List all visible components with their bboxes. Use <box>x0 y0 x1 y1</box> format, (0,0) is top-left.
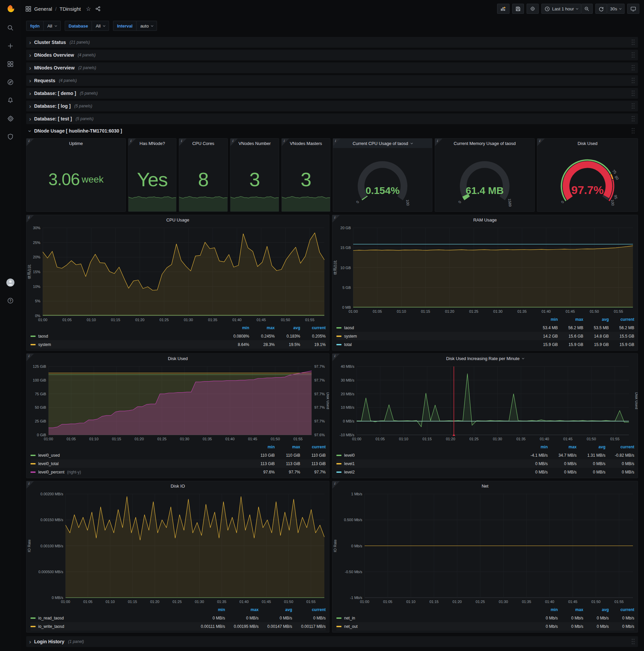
legend-col-current[interactable]: current <box>300 445 326 449</box>
row-login-history[interactable]: › Login History (1 panel) <box>26 636 638 647</box>
row-dnode-usage[interactable]: › DNode Usage [ huolinhe-TM1701:6030 ] <box>26 126 638 135</box>
panel-menu-chevron-icon[interactable] <box>522 357 524 359</box>
grafana-logo[interactable] <box>0 0 21 19</box>
row-drag-handle[interactable] <box>631 39 635 45</box>
share-icon[interactable] <box>95 6 101 11</box>
panel-title[interactable]: Uptime <box>27 138 125 148</box>
variable-fqdn-label[interactable]: fqdn <box>26 21 43 31</box>
legend-series-net-out[interactable]: net_out <box>336 624 532 629</box>
panel-title[interactable]: Disk Used <box>537 138 638 148</box>
legend-series-io-write-taosd[interactable]: io_write_taosd <box>31 624 192 629</box>
row-drag-handle[interactable] <box>631 90 635 97</box>
cpu-usage-chart[interactable]: 0%5%10%15%20%25%30%01:0001:0501:1001:150… <box>27 224 329 323</box>
legend-series-io-read-taosd[interactable]: io_read_taosd <box>31 616 192 620</box>
refresh-interval-picker[interactable]: 30s <box>607 4 624 14</box>
ram-usage-chart[interactable]: 0 MB5 GB10 GB15 GB20 GB01:0001:0501:1001… <box>332 224 638 315</box>
panel-title[interactable]: Has MNode? <box>128 138 176 148</box>
cycle-view-mode-button[interactable] <box>627 4 639 14</box>
disk-used-increasing-rate-per-minute-chart[interactable]: -10 MB/s0 MB/s10 MB/s20 MB/s30 MB/s40 MB… <box>332 363 638 442</box>
row-dnodes-overview[interactable]: ›DNodes Overview(4 panels) <box>26 50 638 60</box>
legend-col-min[interactable]: min <box>192 608 225 612</box>
legend-col-max[interactable]: max <box>558 608 583 612</box>
row-drag-handle[interactable] <box>631 638 635 645</box>
row-drag-handle[interactable] <box>631 64 635 71</box>
legend-col-avg[interactable]: avg <box>275 326 300 330</box>
time-range-picker[interactable]: Last 1 hour <box>541 4 581 14</box>
legend-col-min[interactable]: min <box>224 326 249 330</box>
panel-title[interactable]: CPU Cores <box>179 138 227 148</box>
legend-series-level0-used[interactable]: level0_used <box>31 453 249 458</box>
net-chart[interactable]: -1 Mb/s-0.50 Mb/s0 Mb/s0.500 Mb/s1 Mb/s0… <box>332 491 638 605</box>
panel-title[interactable]: Disk Used Increasing Rate per Minute <box>332 354 638 363</box>
favorite-star-icon[interactable]: ☆ <box>86 5 91 12</box>
legend-series-level0-percent[interactable]: level0_percent (right-y) <box>31 470 249 474</box>
variable-database-value[interactable]: All <box>92 21 109 31</box>
dashboards-icon[interactable] <box>0 55 21 73</box>
search-icon[interactable] <box>0 19 21 37</box>
panel-menu-chevron-icon[interactable] <box>411 142 413 144</box>
variable-fqdn-value[interactable]: All <box>43 21 60 31</box>
panel-title[interactable]: CPU Usage <box>27 215 329 224</box>
help-icon[interactable]: ? <box>0 291 21 310</box>
user-avatar[interactable] <box>0 274 21 291</box>
legend-col-min[interactable]: min <box>519 445 548 449</box>
legend-col-avg[interactable]: avg <box>583 317 609 322</box>
legend-series-total[interactable]: total <box>336 342 532 347</box>
panel-title[interactable]: Current Memory Usage of taosd <box>435 138 534 148</box>
row-database-log[interactable]: ›Database: [ log ](5 panels) <box>26 101 638 112</box>
legend-col-min[interactable]: min <box>532 317 558 322</box>
panel-title[interactable]: Disk IO <box>27 481 329 491</box>
panel-title[interactable]: RAM Usage <box>332 215 638 224</box>
breadcrumb-title[interactable]: TDinsight <box>60 6 81 12</box>
row-drag-handle[interactable] <box>631 103 635 110</box>
legend-col-avg[interactable]: avg <box>583 608 609 612</box>
row-drag-handle[interactable] <box>631 127 635 134</box>
row-requests[interactable]: ›Requests(4 panels) <box>26 75 638 86</box>
legend-col-max[interactable]: max <box>275 445 300 449</box>
legend-series-system[interactable]: system <box>31 342 224 347</box>
legend-series-level0-total[interactable]: level0_total <box>31 461 249 466</box>
legend-col-max[interactable]: max <box>249 326 275 330</box>
legend-col-current[interactable]: current <box>609 317 634 322</box>
add-panel-button[interactable] <box>497 4 510 14</box>
row-drag-handle[interactable] <box>631 116 635 122</box>
disk-used-chart[interactable]: 0 GiB97.6%25 GiB97.7%50 GiB97.7%75 GiB97… <box>27 363 329 442</box>
legend-col-avg[interactable]: avg <box>577 445 605 449</box>
row-mnodes-overview[interactable]: ›MNodes Overview(2 panels) <box>26 62 638 73</box>
legend-series-taosd[interactable]: taosd <box>31 334 224 339</box>
legend-col-current[interactable]: current <box>609 608 634 612</box>
legend-col-max[interactable]: max <box>225 608 259 612</box>
server-admin-shield-icon[interactable] <box>0 127 21 146</box>
row-database-demo[interactable]: ›Database: [ demo ](5 panels) <box>26 88 638 99</box>
configuration-gear-icon[interactable] <box>0 110 21 127</box>
row-drag-handle[interactable] <box>631 77 635 84</box>
dashboard-settings-button[interactable] <box>526 4 539 14</box>
legend-col-max[interactable]: max <box>548 445 577 449</box>
refresh-button[interactable] <box>595 4 607 14</box>
row-cluster-status[interactable]: ›Cluster Status(21 panels) <box>26 37 638 48</box>
legend-col-current[interactable]: current <box>300 326 326 330</box>
legend-col-avg[interactable]: avg <box>259 608 292 612</box>
variable-database-label[interactable]: Database <box>65 21 92 31</box>
save-dashboard-button[interactable] <box>512 4 524 14</box>
panel-title[interactable]: Current CPU Usage of taosd <box>333 138 432 148</box>
legend-col-current[interactable]: current <box>605 445 634 449</box>
disk-io-chart[interactable]: 0 MB/s0.000500 MB/s0.00100 MB/s0.00150 M… <box>27 491 329 605</box>
legend-col-min[interactable]: min <box>249 445 275 449</box>
legend-series-level0[interactable]: level0 <box>336 453 519 458</box>
row-database-test[interactable]: ›Database: [ test ](5 panels) <box>26 114 638 124</box>
legend-series-taosd[interactable]: taosd <box>336 326 532 330</box>
legend-series-level1[interactable]: level1 <box>336 461 519 466</box>
legend-col-min[interactable]: min <box>532 608 558 612</box>
row-drag-handle[interactable] <box>631 52 635 58</box>
zoom-out-time-button[interactable] <box>581 4 593 14</box>
breadcrumb-folder[interactable]: General <box>34 6 52 12</box>
legend-series-net-in[interactable]: net_in <box>336 616 532 620</box>
explore-compass-icon[interactable] <box>0 73 21 91</box>
panel-title[interactable]: VNodes Number <box>230 138 279 148</box>
panel-title[interactable]: VNodes Masters <box>282 138 330 148</box>
variable-interval-value[interactable]: auto <box>136 21 157 31</box>
legend-series-level2[interactable]: level2 <box>336 470 519 474</box>
legend-series-system[interactable]: system <box>336 334 532 339</box>
variable-interval-label[interactable]: Interval <box>113 21 136 31</box>
